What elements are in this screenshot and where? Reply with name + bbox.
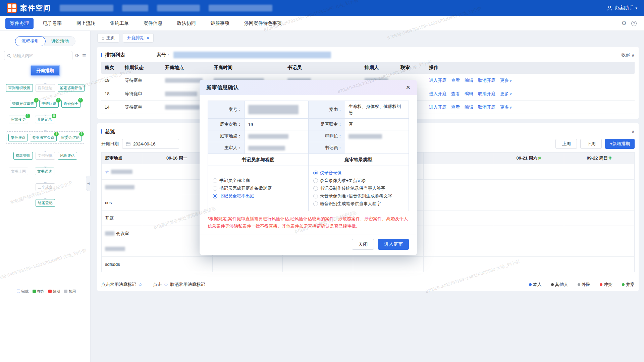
flow-node-case-deliberation[interactable]: 案件评议 [8,134,28,141]
calendar-cell[interactable] [564,195,634,210]
radio-clerk-full-attend[interactable]: 书记员全程出庭 [213,178,304,184]
edit-link[interactable]: 编辑 [465,104,473,110]
flow-node-case-closing[interactable]: 结案登记 [36,199,55,207]
cancel-hearing-link[interactable]: 取消开庭 [478,77,495,83]
gear-icon[interactable]: ⚙ [622,20,627,27]
close-button[interactable]: 关闭 [352,239,374,250]
nav-tab-case-handling[interactable]: 案件办理 [5,18,34,29]
view-link[interactable]: 查看 [451,104,460,110]
radio-traditional-record[interactable]: 书记员制作传统笔录供当事人签字 [313,185,404,191]
calendar-cell[interactable] [494,241,564,256]
flow-node-doc-approval[interactable]: 文书报批 [36,152,55,160]
search-input[interactable] [13,53,69,58]
nav-tab-online-flow[interactable]: 网上流转 [76,20,95,26]
calendar-cell[interactable] [353,257,423,272]
nav-tab-case-info[interactable]: 案件信息 [144,20,162,26]
tab-home[interactable]: ⌂ 主页 [97,33,119,43]
nav-tab-work-order[interactable]: 集约工单 [110,20,129,26]
calendar-cell[interactable] [212,257,283,272]
radio-av-plus-notes[interactable]: 录音录像为准+要点记录 [313,178,404,184]
calendar-cell[interactable] [494,257,564,272]
calendar-cell[interactable] [423,226,494,241]
edit-link[interactable]: 编辑 [465,77,473,83]
next-week-button[interactable]: 下周 [580,139,602,149]
calendar-cell[interactable] [564,210,634,226]
flow-node-hearing-record[interactable]: 开庭记录9 [35,116,54,123]
calendar-cell[interactable] [564,257,634,272]
calendar-cell[interactable] [423,195,494,210]
enter-hearing-link[interactable]: 进入开庭 [429,77,446,83]
enter-hearing-button[interactable]: 进入庭审 [378,239,409,250]
add-schedule-button[interactable]: +新增排期 [605,139,635,149]
nav-tab-service[interactable]: 诉服事项 [211,20,229,26]
calendar-cell[interactable] [494,180,564,195]
calendar-cell[interactable] [494,164,564,179]
radio-asr-record[interactable]: 语音识别生成笔录供当事人签字 [313,201,404,207]
help-icon[interactable]: ? [631,21,637,26]
radio-clerk-no-attend[interactable]: 书记员全程不出庭 [213,193,304,199]
flow-node-preservation[interactable]: 诉讼保全9 [61,100,81,108]
calendar-cell[interactable] [494,226,564,241]
flow-node-jurisdiction-objection[interactable]: 管辖异议审查1 [10,100,37,108]
more-link[interactable]: 更多∨ [500,77,512,83]
close-icon[interactable]: × [147,35,149,41]
calendar-cell[interactable] [564,226,634,241]
flow-node-trial-org[interactable]: 审判组织设置 [6,84,33,92]
favorite-star-icon[interactable]: ☆ [105,169,109,175]
prev-week-button[interactable]: 上周 [555,139,577,149]
flow-node-appraisal[interactable]: 鉴定咨询评估 [58,84,85,92]
flow-node-time-limit-change[interactable]: 审限变更1 [9,116,28,123]
calendar-cell[interactable] [494,195,564,210]
calendar-cell[interactable] [423,210,494,226]
more-link[interactable]: 更多∨ [500,104,512,110]
sidebar-search[interactable] [4,51,72,60]
edit-link[interactable]: 编辑 [465,91,473,97]
view-link[interactable]: 查看 [451,77,460,83]
flow-node-doc-delivery[interactable]: 文书送达 [35,168,54,175]
refresh-icon[interactable]: ⟳ [75,53,79,59]
calendar-cell[interactable] [423,164,494,179]
calendar-cell[interactable] [282,257,353,272]
calendar-cell[interactable] [423,257,494,272]
radio-av-only[interactable]: 仅录音录像 [313,170,404,176]
calendar-cell[interactable] [494,210,564,226]
flow-node-three-rules[interactable]: 三个规定 [36,183,55,191]
flow-node-recusal[interactable]: 申请回避2 [39,100,59,108]
radio-av-plus-asr[interactable]: 录音录像为准+语音识别生成参考文字 [313,193,404,199]
calendar-cell[interactable] [564,241,634,256]
collapse-panel-link[interactable]: 收起 ∧ [621,52,635,58]
sidebar-collapse-handle[interactable]: ◀ [86,176,91,191]
cancel-hearing-link[interactable]: 取消开庭 [478,104,495,110]
hearing-date-input[interactable]: 2024-09-16 [122,139,179,149]
nav-tab-internet-case[interactable]: 涉网案件特色事项 [244,20,282,26]
flow-node-risk-assessment[interactable]: 风险评估 [58,152,77,160]
flow-node-doc-publish[interactable]: 文书上网 [9,168,28,175]
layers-icon[interactable]: ≣ [82,53,86,59]
calendar-cell[interactable] [564,164,634,179]
flow-node-hearing-schedule[interactable]: 开庭排期 [31,65,60,76]
flow-node-pretrial-delivery[interactable]: 庭前送达 [36,84,55,92]
calendar-cell[interactable] [142,257,212,272]
flow-node-judges-meeting[interactable]: 专业法官会议1 [30,134,57,141]
calendar-cell[interactable] [564,180,634,195]
nav-tab-legal-collab[interactable]: 政法协同 [177,20,196,26]
cancel-hearing-link[interactable]: 取消开庭 [478,91,495,97]
overview-collapse-icon[interactable]: ∧ [631,129,635,134]
tab-hearing-schedule[interactable]: 开庭排期 × [123,33,154,43]
assistant-menu[interactable]: 办案助手 ▾ [607,5,637,11]
more-link[interactable]: 更多∨ [500,91,512,97]
flow-node-fee-management[interactable]: 费款管理 [13,152,33,160]
close-icon[interactable]: × [406,84,410,91]
calendar-cell[interactable] [423,180,494,195]
radio-label: 录音录像为准+要点记录 [320,178,366,184]
col-scheduler: 排期人 [361,65,397,71]
toggle-litigation-activity[interactable]: 诉讼活动 [45,37,75,46]
radio-clerk-leave-after-prep[interactable]: 书记员完成开庭准备后退庭 [213,185,304,191]
nav-tab-efile[interactable]: 电子卷宗 [43,20,62,26]
toggle-process-guide[interactable]: 流程指引 [15,36,46,46]
calendar-cell[interactable] [423,241,494,256]
enter-hearing-link[interactable]: 进入开庭 [429,104,446,110]
view-link[interactable]: 查看 [451,91,460,97]
flow-node-committee-discussion[interactable]: 审委会讨论1 [59,134,82,141]
enter-hearing-link[interactable]: 进入开庭 [429,91,446,97]
